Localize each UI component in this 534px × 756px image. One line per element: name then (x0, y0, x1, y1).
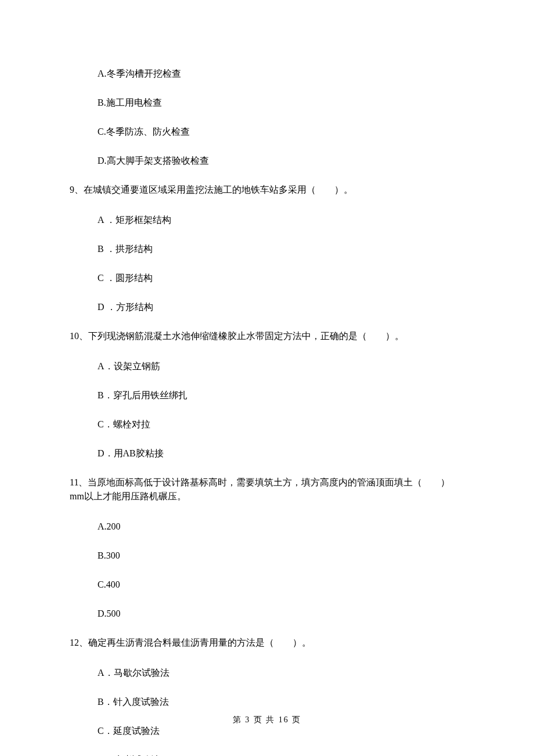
q11-option-c: C.400 (98, 578, 464, 592)
q12-option-a: A．马歇尔试验法 (98, 666, 464, 680)
question-9-stem: 9、在城镇交通要道区域采用盖挖法施工的地铁车站多采用（ ）。 (70, 183, 464, 197)
q10-option-c: C．螺栓对拉 (98, 417, 464, 431)
q11-option-b: B.300 (98, 549, 464, 563)
q10-option-b: B．穿孔后用铁丝绑扎 (98, 388, 464, 402)
question-11-stem: 11、当原地面标高低于设计路基标高时，需要填筑土方，填方高度内的管涵顶面填土（ … (70, 476, 464, 503)
q9-option-b: B ．拱形结构 (98, 242, 464, 256)
q10-option-d: D．用AB胶粘接 (98, 447, 464, 460)
q12-option-c: C．延度试验法 (98, 724, 464, 738)
q11-option-a: A.200 (98, 520, 464, 534)
q9-option-d: D ．方形结构 (98, 300, 464, 314)
page-footer: 第 3 页 共 16 页 (0, 714, 534, 726)
option-c: C.冬季防冻、防火检查 (98, 125, 464, 139)
q10-option-a: A．设架立钢筋 (98, 359, 464, 373)
q12-option-d: D．水煮试验法 (98, 753, 464, 756)
option-b: B.施工用电检查 (98, 96, 464, 110)
q9-option-c: C ．圆形结构 (98, 271, 464, 285)
option-d: D.高大脚手架支搭验收检查 (98, 154, 464, 168)
q12-option-b: B．针入度试验法 (98, 695, 464, 709)
page-content: A.冬季沟槽开挖检查 B.施工用电检查 C.冬季防冻、防火检查 D.高大脚手架支… (0, 0, 534, 756)
question-10-stem: 10、下列现浇钢筋混凝土水池伸缩缝橡胶止水带固定方法中，正确的是（ ）。 (70, 329, 464, 343)
q9-option-a: A ．矩形框架结构 (98, 213, 464, 227)
q11-option-d: D.500 (98, 607, 464, 621)
option-a: A.冬季沟槽开挖检查 (98, 67, 464, 81)
question-12-stem: 12、确定再生沥青混合料最佳沥青用量的方法是（ ）。 (70, 636, 464, 650)
